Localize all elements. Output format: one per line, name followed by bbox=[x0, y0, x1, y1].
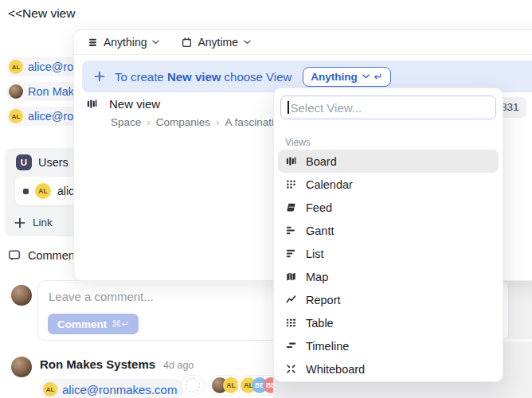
view-item-label: Report bbox=[306, 294, 341, 306]
database-icon bbox=[88, 37, 98, 48]
view-picker-dropdown: Select View... Views Board Calendar Feed… bbox=[273, 88, 503, 382]
breadcrumb-separator: › bbox=[147, 116, 151, 128]
comment-input-placeholder[interactable]: Leave a comment... bbox=[49, 290, 154, 303]
comment-author: Ron Makes Systems bbox=[40, 357, 155, 371]
report-icon bbox=[285, 295, 297, 305]
view-item-whiteboard[interactable]: Whiteboard bbox=[278, 357, 499, 380]
breadcrumb-separator: › bbox=[216, 116, 220, 128]
comments-section-header: Comments bbox=[8, 249, 84, 262]
entity-result-row[interactable]: New view Space›Companies›A fascinati bbox=[87, 97, 274, 128]
view-item-label: Map bbox=[306, 271, 328, 283]
breadcrumb-item[interactable]: Space bbox=[111, 116, 141, 128]
view-item-calendar[interactable]: Calendar bbox=[278, 173, 499, 196]
view-item-label: Whiteboard bbox=[306, 363, 365, 376]
banner-suffix: choose View bbox=[225, 70, 292, 84]
page-title: <<New view bbox=[8, 6, 75, 21]
breadcrumb: Space›Companies›A fascinati bbox=[87, 116, 274, 128]
avatar: AL bbox=[43, 382, 57, 396]
filter-label: Anytime bbox=[198, 36, 238, 49]
plus-icon bbox=[14, 217, 25, 228]
map-icon bbox=[285, 271, 297, 282]
select-view-placeholder: Select View... bbox=[291, 101, 362, 115]
calendar-icon bbox=[182, 37, 192, 48]
add-link-button[interactable]: Link bbox=[14, 217, 53, 228]
filter-anything-dropdown[interactable]: Anything bbox=[88, 36, 159, 49]
comment-header: Ron Makes Systems 4d ago bbox=[40, 357, 194, 371]
select-view-input[interactable]: Select View... bbox=[280, 96, 496, 119]
calendar-grid-icon bbox=[285, 179, 297, 189]
add-link-label: Link bbox=[33, 217, 53, 228]
comment-timestamp: 4d ago bbox=[163, 360, 194, 371]
comment-button-label: Comment bbox=[57, 318, 107, 330]
users-panel-header: U Users bbox=[16, 154, 68, 170]
comment-bubble-icon bbox=[8, 249, 21, 262]
avatar bbox=[9, 84, 23, 99]
text-cursor bbox=[288, 101, 289, 114]
view-item-label: Feed bbox=[306, 201, 332, 214]
background-divider bbox=[502, 339, 532, 341]
comment-shortcut-hint: ⌘↵ bbox=[111, 318, 129, 330]
banner-entity-name: New view bbox=[167, 70, 221, 84]
view-item-label: Gantt bbox=[306, 224, 334, 237]
view-item-label: Timeline bbox=[306, 340, 349, 353]
users-panel-title: Users bbox=[38, 156, 68, 169]
board-icon bbox=[87, 99, 97, 109]
view-item-table[interactable]: Table bbox=[278, 311, 499, 334]
chevron-down-icon bbox=[362, 74, 370, 79]
breadcrumb-item[interactable]: Companies bbox=[156, 116, 210, 128]
view-item-map[interactable]: Map bbox=[278, 265, 499, 288]
feed-icon bbox=[285, 202, 297, 213]
board-icon bbox=[285, 156, 297, 166]
banner-prefix: To create bbox=[115, 70, 164, 84]
filter-anytime-dropdown[interactable]: Anytime bbox=[182, 36, 251, 49]
chevron-down-icon bbox=[244, 40, 251, 45]
views-group-label: Views bbox=[285, 137, 311, 148]
view-item-report[interactable]: Report bbox=[278, 288, 499, 311]
view-item-label: Table bbox=[306, 317, 334, 330]
comment-submit-button[interactable]: Comment ⌘↵ bbox=[48, 314, 139, 334]
breadcrumb-item[interactable]: A fascinati bbox=[225, 116, 275, 128]
app-window: <<New view ALalice@ronRon MakeALalice@ro… bbox=[0, 0, 532, 398]
view-item-label: Board bbox=[306, 155, 337, 168]
comment-author-avatar bbox=[11, 357, 32, 377]
view-item-board[interactable]: Board bbox=[278, 150, 499, 173]
view-item-label: Calendar bbox=[306, 178, 353, 191]
avatar: AL bbox=[9, 60, 23, 74]
plus-icon bbox=[94, 71, 105, 82]
initials-avatar: AL bbox=[223, 377, 239, 393]
entity-title: New view bbox=[109, 97, 160, 111]
timeline-icon bbox=[285, 341, 297, 351]
current-user-avatar bbox=[11, 285, 32, 306]
whiteboard-icon bbox=[285, 364, 297, 374]
return-key-icon: ↵ bbox=[374, 71, 383, 83]
chevron-down-icon bbox=[152, 40, 159, 45]
drag-handle-icon bbox=[23, 189, 29, 194]
users-icon: U bbox=[16, 154, 32, 170]
avatar: AL bbox=[9, 109, 23, 123]
view-item-label: List bbox=[306, 248, 324, 260]
view-item-feed[interactable]: Feed bbox=[278, 196, 499, 219]
view-type-list: Board Calendar Feed Gantt List Map Repor… bbox=[278, 150, 499, 380]
empty-avatar-placeholder-icon bbox=[186, 378, 200, 392]
gantt-icon bbox=[285, 225, 297, 236]
modal-filter-bar: Anything Anytime bbox=[74, 30, 532, 55]
empty-avatar-chip[interactable] bbox=[181, 375, 205, 396]
view-item-timeline[interactable]: Timeline bbox=[278, 334, 499, 357]
mention-chip-alice[interactable]: AL alice@ronmakes.com bbox=[40, 379, 185, 398]
picker-label: Anything bbox=[311, 71, 358, 83]
banner-text: To create New view choose View bbox=[115, 70, 291, 84]
table-icon bbox=[285, 318, 297, 328]
list-icon bbox=[285, 248, 297, 259]
avatar: AL bbox=[35, 183, 51, 199]
filter-label: Anything bbox=[104, 36, 147, 49]
view-item-list[interactable]: List bbox=[278, 242, 499, 265]
view-item-gantt[interactable]: Gantt bbox=[278, 219, 499, 242]
user-chip-label: alice@ron bbox=[28, 60, 80, 73]
mention-label: alice@ronmakes.com bbox=[62, 383, 177, 396]
user-chip-label: alice@ron bbox=[28, 110, 80, 123]
view-type-picker-button[interactable]: Anything ↵ bbox=[303, 67, 390, 87]
